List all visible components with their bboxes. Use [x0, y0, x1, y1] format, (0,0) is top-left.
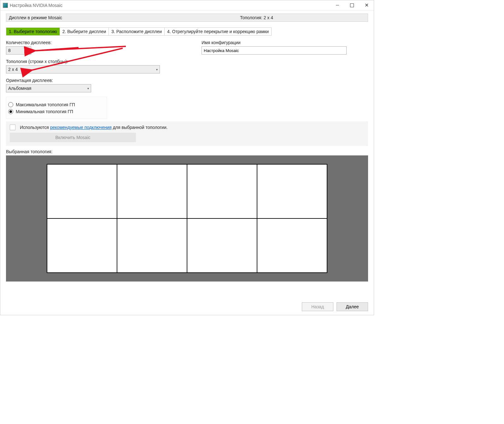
topology-cell [47, 165, 117, 218]
window-root: Настройка NVIDIA Mosaic ✕ Дисплеи в режи… [0, 0, 374, 315]
topology-cell [117, 165, 187, 218]
next-button[interactable]: Далее [337, 302, 368, 311]
radio-min-gpu-topology[interactable]: Минимальная топология ГП [8, 109, 105, 114]
recommended-connections-link[interactable]: рекомендуемые подключения [50, 125, 112, 130]
topology-preview [6, 155, 368, 282]
orientation-select[interactable]: Альбомная ▾ [6, 84, 91, 92]
recommended-connections-checkbox[interactable] [10, 125, 15, 130]
chevron-down-icon: ▾ [87, 87, 89, 90]
window-title: Настройка NVIDIA Mosaic [10, 3, 62, 8]
enable-text-suffix: для выбранной топологии. [112, 125, 168, 130]
maximize-button[interactable] [345, 0, 359, 10]
topology-value: 2 x 4 [8, 67, 18, 72]
mode-header: Дисплеи в режиме Mosaic Топология: 2 x 4 [6, 14, 368, 22]
enable-mosaic-button[interactable]: Включить Mosaic [10, 133, 136, 142]
radio-icon [8, 102, 13, 107]
wizard-tabs: 1. Выберите топологию 2. Выберите диспле… [6, 27, 368, 36]
topology-cell [47, 219, 117, 272]
minimize-button[interactable] [330, 0, 345, 10]
enable-text-prefix: Используются [20, 125, 50, 130]
topology-summary: Топология: 2 x 4 [240, 15, 368, 20]
footer-buttons: Назад Далее [6, 299, 368, 311]
topology-cell [257, 165, 327, 218]
content-area: Дисплеи в режиме Mosaic Топология: 2 x 4… [0, 10, 374, 315]
tab-arrange-displays[interactable]: 3. Расположите дисплеи [108, 27, 165, 36]
gpu-topology-radio-group: Максимальная топология ГП Минимальная то… [6, 97, 107, 119]
radio-max-gpu-topology[interactable]: Максимальная топология ГП [8, 102, 105, 107]
radio-icon [8, 109, 13, 114]
radio-max-label: Максимальная топология ГП [16, 102, 75, 107]
topology-cell [117, 219, 187, 272]
topology-cell [187, 165, 257, 218]
recommended-connections-row: Используются рекомендуемые подключения д… [10, 125, 364, 130]
back-button[interactable]: Назад [302, 302, 333, 311]
chevron-down-icon: ▾ [156, 68, 158, 71]
orientation-label: Ориентация дисплеев: [6, 78, 183, 83]
form-area: Количество дисплеев: 8 ▾ Топология (стро… [6, 40, 368, 119]
topology-cell [257, 219, 327, 272]
radio-min-label: Минимальная топология ГП [16, 109, 73, 114]
app-icon [3, 3, 8, 8]
display-count-value: 8 [8, 48, 11, 53]
config-name-input[interactable] [202, 46, 347, 55]
topology-select[interactable]: 2 x 4 ▾ [6, 65, 160, 73]
display-count-select[interactable]: 8 ▾ [6, 46, 31, 55]
display-count-label: Количество дисплеев: [6, 40, 183, 45]
selected-topology-label: Выбранная топология: [6, 149, 368, 154]
mode-label: Дисплеи в режиме Mosaic [6, 15, 65, 20]
tab-adjust-overlap[interactable]: 4. Отрегулируйте перекрытие и коррекцию … [164, 27, 272, 36]
topology-label: Топология (строки x столбцы): [6, 59, 183, 64]
topology-grid [47, 164, 327, 273]
tab-select-topology[interactable]: 1. Выберите топологию [6, 27, 60, 36]
tab-select-displays[interactable]: 2. Выберите дисплеи [60, 27, 109, 36]
close-button[interactable]: ✕ [359, 0, 374, 10]
orientation-value: Альбомная [8, 86, 31, 91]
chevron-down-icon: ▾ [27, 49, 29, 52]
config-name-label: Имя конфигурации [202, 40, 368, 45]
titlebar: Настройка NVIDIA Mosaic ✕ [0, 0, 374, 10]
topology-cell [187, 219, 257, 272]
enable-panel: Используются рекомендуемые подключения д… [6, 121, 368, 146]
